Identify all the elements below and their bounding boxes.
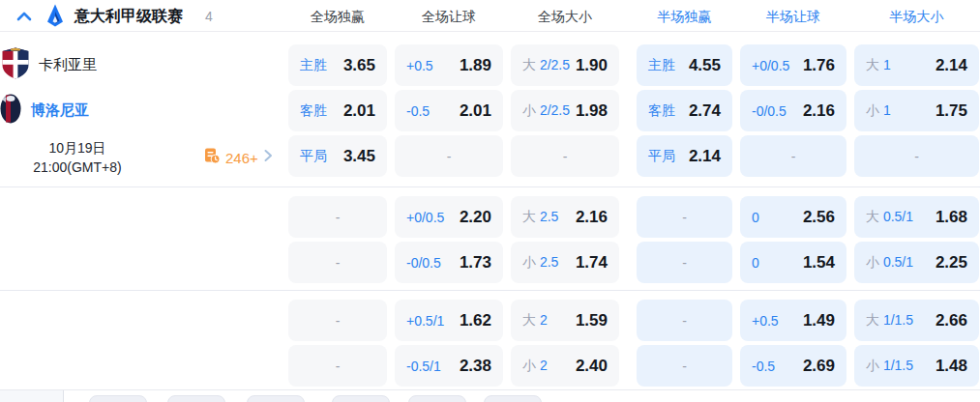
odds-label: 小 1/1.5 (866, 358, 913, 375)
odds-cell[interactable]: 大 0.5/11.68 (854, 196, 979, 238)
odds-cell[interactable]: 大 12.14 (854, 44, 979, 86)
odds-label: +0.5/1 (406, 313, 444, 329)
odds-cell[interactable]: 小 0.5/12.25 (854, 242, 979, 283)
odds-cell[interactable]: 小 2/2.51.98 (511, 90, 619, 131)
odds-cell[interactable]: 客胜2.01 (288, 90, 387, 131)
odds-cell[interactable]: 大 1/1.52.66 (854, 300, 979, 341)
odds-label: 大 2/2.5 (522, 57, 570, 74)
odds-value: 2.01 (460, 101, 491, 121)
odds-cell[interactable]: +0/0.51.76 (740, 44, 846, 86)
odds-cell[interactable]: - (740, 135, 846, 177)
odds-cell[interactable]: -0.5/12.38 (395, 345, 503, 387)
odds-cell[interactable]: - (288, 300, 387, 341)
filter-chip[interactable] (167, 395, 225, 402)
odds-cell[interactable]: 小 2.51.74 (511, 242, 619, 283)
odds-cell[interactable]: +0.5/11.62 (395, 300, 503, 341)
odds-label: -0.5/1 (406, 359, 441, 374)
odds-value: 2.16 (576, 208, 608, 227)
odds-cell[interactable]: 小 1/1.51.48 (854, 345, 979, 387)
odds-value: 2.20 (460, 208, 491, 227)
odds-label: -0.5 (406, 103, 430, 119)
odds-value: 1.76 (803, 56, 835, 75)
collapse-chevron-up-icon[interactable] (15, 8, 33, 25)
away-team-row[interactable]: 博洛尼亚 (0, 90, 89, 131)
odds-cell[interactable]: 01.54 (740, 242, 846, 283)
odds-value: 3.45 (343, 147, 375, 166)
odds-cell[interactable]: 平局3.45 (288, 135, 387, 177)
odds-label: 小 0.5/1 (866, 254, 913, 272)
odds-cell[interactable]: 大 21.59 (511, 300, 619, 341)
odds-empty-dash: - (682, 313, 687, 329)
away-team-name[interactable]: 博洛尼亚 (31, 101, 89, 120)
odds-value: 2.01 (343, 101, 375, 121)
odds-cell[interactable]: 小 22.40 (511, 345, 619, 387)
odds-cell[interactable]: 主胜4.55 (637, 44, 732, 86)
odds-empty-dash: - (336, 313, 341, 329)
odds-cell[interactable]: - (288, 196, 387, 238)
match-date: 10月19日 (0, 138, 155, 158)
odds-board: 意大利甲级联赛 4 全场独赢全场让球全场大小半场独赢半场让球半场大小 卡利亚里 (0, 0, 980, 402)
odds-cell[interactable]: - (511, 135, 619, 177)
odds-label: 平局 (300, 148, 327, 165)
odds-label: -0.5 (752, 359, 775, 374)
filter-chip[interactable] (247, 395, 305, 402)
match-time: 21:00(GMT+8) (0, 158, 155, 177)
odds-empty-dash: - (563, 149, 568, 164)
odds-empty-dash: - (914, 149, 919, 164)
odds-value: 2.25 (935, 253, 967, 273)
odds-cell[interactable]: -0.52.01 (395, 90, 503, 131)
odds-cell[interactable]: 平局2.14 (637, 135, 732, 177)
odds-cell[interactable]: +0.51.89 (395, 44, 503, 86)
odds-label: +0.5 (752, 313, 779, 329)
odds-value: 2.66 (935, 311, 967, 330)
odds-empty-dash: - (336, 359, 341, 374)
odds-cell[interactable]: 客胜2.74 (637, 90, 732, 131)
odds-cell[interactable]: - (637, 345, 732, 387)
odds-label: 小 1 (866, 102, 891, 120)
odds-cell[interactable]: 02.56 (740, 196, 846, 238)
odds-cell[interactable]: 大 2.52.16 (511, 196, 619, 238)
odds-cell[interactable]: - (854, 135, 979, 177)
odds-cell[interactable]: - (395, 135, 503, 177)
odds-label: 大 1 (866, 57, 891, 74)
odds-cell[interactable]: -0.52.69 (740, 345, 846, 387)
odds-cell[interactable]: 小 11.75 (854, 90, 979, 131)
odds-label: 小 2.5 (522, 254, 558, 272)
column-header-full-0: 全场独赢 (311, 9, 365, 26)
odds-cell[interactable]: -0/0.52.16 (740, 90, 846, 131)
odds-label: -0/0.5 (406, 255, 441, 271)
filter-chip[interactable] (332, 395, 390, 402)
odds-cell[interactable]: +0/0.52.20 (395, 196, 503, 238)
odds-cell[interactable]: -0/0.51.73 (395, 242, 503, 283)
league-title: 意大利甲级联赛 (74, 7, 183, 27)
filter-chip[interactable] (484, 395, 542, 402)
odds-cell[interactable]: - (637, 300, 732, 341)
filter-chip[interactable] (408, 395, 466, 402)
filter-chip[interactable] (89, 395, 147, 402)
odds-value: 2.14 (935, 56, 967, 75)
odds-value: 1.48 (935, 357, 967, 376)
odds-empty-dash: - (447, 149, 452, 164)
odds-label: 主胜 (300, 57, 327, 74)
odds-cell[interactable]: 大 2/2.51.90 (511, 44, 619, 86)
odds-value: 4.55 (689, 56, 721, 75)
odds-cell[interactable]: 主胜3.65 (288, 44, 387, 86)
odds-value: 2.40 (576, 357, 608, 376)
odds-label: +0.5 (406, 58, 433, 73)
odds-value: 1.49 (803, 311, 835, 330)
odds-cell[interactable]: - (637, 242, 732, 283)
league-match-count: 4 (205, 9, 213, 24)
odds-label: 0 (752, 255, 759, 271)
markets-document-clock-icon (203, 147, 221, 168)
odds-cell[interactable]: - (288, 242, 387, 283)
odds-cell[interactable]: - (637, 196, 732, 238)
odds-empty-dash: - (336, 210, 341, 225)
odds-cell[interactable]: - (288, 345, 387, 387)
odds-label: 大 0.5/1 (866, 209, 913, 226)
table-bottom-border (0, 389, 980, 390)
odds-cell[interactable]: +0.51.49 (740, 300, 846, 341)
bologna-crest-icon (0, 94, 21, 128)
odds-value: 1.75 (935, 101, 967, 121)
more-markets-link[interactable]: 246+ (203, 147, 274, 168)
odds-value: 1.68 (935, 208, 967, 227)
